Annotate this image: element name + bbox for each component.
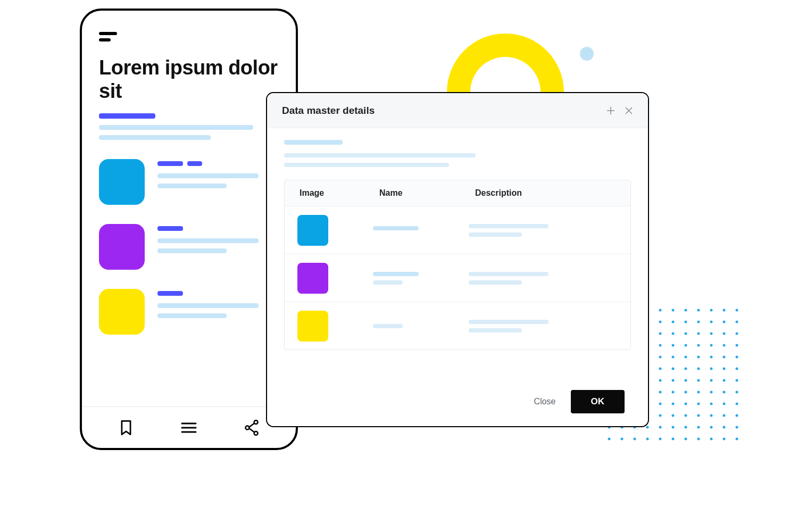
svg-line-139 (250, 428, 254, 432)
svg-point-51 (697, 356, 700, 359)
svg-point-73 (697, 379, 700, 382)
svg-point-31 (723, 332, 726, 335)
svg-point-40 (697, 344, 700, 347)
svg-point-30 (710, 332, 713, 335)
phone-frame: Lorem ipsum dolor sit (80, 9, 298, 450)
col-name: Name (373, 188, 469, 198)
list-item[interactable] (99, 159, 279, 205)
table-row[interactable] (285, 206, 630, 254)
svg-point-7 (697, 309, 700, 312)
row-thumbnail (297, 311, 328, 342)
table-row[interactable] (285, 302, 630, 350)
svg-point-137 (254, 431, 258, 435)
svg-point-64 (723, 368, 726, 370)
svg-point-49 (672, 356, 675, 359)
svg-point-83 (685, 391, 687, 394)
svg-point-96 (710, 403, 713, 405)
svg-point-105 (685, 414, 687, 417)
svg-point-54 (736, 356, 738, 359)
table-row[interactable] (285, 254, 630, 302)
svg-point-72 (685, 379, 687, 382)
dialog: Data master details Image Name Descripti… (266, 92, 649, 427)
svg-point-122 (621, 438, 624, 440)
list-icon[interactable] (181, 422, 197, 434)
svg-point-84 (697, 391, 700, 394)
dialog-title: Data master details (282, 105, 597, 117)
row-name (373, 272, 469, 285)
share-icon[interactable] (244, 420, 259, 436)
svg-point-15 (659, 321, 662, 323)
svg-point-26 (659, 332, 662, 335)
svg-point-37 (659, 344, 662, 347)
svg-point-135 (254, 420, 258, 424)
svg-point-94 (685, 403, 687, 405)
item-thumbnail (99, 289, 145, 335)
svg-point-107 (710, 414, 713, 417)
item-body (157, 159, 279, 205)
row-description (469, 272, 622, 285)
svg-point-42 (723, 344, 726, 347)
bookmark-icon[interactable] (119, 420, 134, 436)
svg-point-116 (685, 426, 687, 429)
lead-placeholder (99, 113, 279, 140)
svg-point-65 (736, 368, 738, 370)
menu-icon[interactable] (99, 32, 117, 41)
decor-dot (580, 47, 594, 61)
svg-point-121 (608, 438, 611, 440)
plus-icon[interactable] (606, 106, 615, 115)
ok-button[interactable]: OK (571, 390, 625, 413)
svg-point-63 (710, 368, 713, 370)
svg-point-71 (672, 379, 675, 382)
col-description: Description (469, 188, 622, 198)
svg-point-123 (634, 438, 636, 440)
svg-point-62 (697, 368, 700, 370)
list-item[interactable] (99, 224, 279, 270)
svg-point-106 (697, 414, 700, 417)
svg-point-5 (672, 309, 675, 312)
table-header: Image Name Description (285, 180, 630, 206)
svg-point-136 (246, 426, 250, 429)
svg-point-38 (672, 344, 675, 347)
list-item[interactable] (99, 289, 279, 335)
row-description (469, 224, 622, 237)
close-icon[interactable] (625, 106, 633, 115)
svg-point-129 (710, 438, 713, 440)
svg-point-9 (723, 309, 726, 312)
svg-point-17 (685, 321, 687, 323)
row-thumbnail (297, 215, 328, 246)
svg-point-53 (723, 356, 726, 359)
svg-point-29 (697, 332, 700, 335)
svg-point-50 (685, 356, 687, 359)
svg-point-41 (710, 344, 713, 347)
svg-point-52 (710, 356, 713, 359)
svg-point-59 (659, 368, 662, 370)
svg-point-48 (659, 356, 662, 359)
col-image: Image (293, 188, 373, 198)
svg-point-60 (672, 368, 675, 370)
svg-point-16 (672, 321, 675, 323)
item-body (157, 289, 279, 335)
item-body (157, 224, 279, 270)
svg-point-74 (710, 379, 713, 382)
svg-point-119 (723, 426, 726, 429)
svg-point-43 (736, 344, 738, 347)
svg-point-39 (685, 344, 687, 347)
dialog-header: Data master details (267, 93, 648, 128)
svg-point-104 (672, 414, 675, 417)
row-description (469, 320, 622, 332)
svg-point-114 (659, 426, 662, 429)
svg-point-6 (685, 309, 687, 312)
svg-point-86 (723, 391, 726, 394)
svg-point-10 (736, 309, 738, 312)
svg-point-21 (736, 321, 738, 323)
svg-point-61 (685, 368, 687, 370)
svg-point-124 (646, 438, 649, 440)
data-table: Image Name Description (284, 180, 631, 350)
svg-point-118 (710, 426, 713, 429)
svg-point-76 (736, 379, 738, 382)
svg-point-4 (659, 309, 662, 312)
close-button[interactable]: Close (534, 397, 556, 406)
svg-line-138 (250, 423, 254, 427)
svg-point-115 (672, 426, 675, 429)
svg-point-87 (736, 391, 738, 394)
